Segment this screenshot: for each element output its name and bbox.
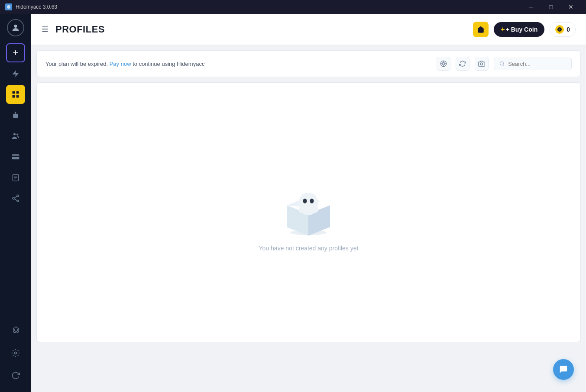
sidebar-item-add-profile[interactable]: +	[6, 43, 25, 62]
buy-coin-button[interactable]: + + Buy Coin	[494, 22, 544, 37]
svg-line-25	[14, 196, 17, 198]
window-controls: ─ □ ✕	[521, 0, 581, 14]
sidebar-item-automation[interactable]	[6, 64, 25, 83]
empty-message: You have not created any profiles yet	[259, 245, 359, 252]
sidebar-item-logs[interactable]	[6, 168, 25, 187]
svg-rect-15	[12, 156, 19, 157]
svg-point-0	[7, 5, 10, 9]
svg-rect-5	[16, 95, 19, 98]
screenshot-button[interactable]	[475, 57, 489, 71]
svg-point-36	[480, 63, 482, 65]
refresh-button[interactable]	[456, 57, 469, 71]
maximize-button[interactable]: □	[541, 0, 561, 14]
header-left: ☰ PROFILES	[42, 24, 105, 35]
chat-button[interactable]	[553, 359, 574, 380]
sidebar: +	[0, 14, 31, 392]
main-content: ☰ PROFILES + + Buy Coin $	[31, 14, 586, 392]
search-input[interactable]	[508, 61, 566, 67]
header: ☰ PROFILES + + Buy Coin $	[31, 14, 586, 45]
notification-text: Your plan will be expired. Pay now to co…	[45, 61, 204, 67]
search-box[interactable]	[494, 58, 572, 70]
pay-now-link[interactable]: Pay now	[110, 61, 131, 67]
svg-rect-3	[16, 91, 19, 94]
svg-line-26	[14, 199, 17, 201]
svg-point-7	[14, 115, 15, 117]
sidebar-bottom	[6, 321, 25, 387]
svg-point-8	[16, 115, 17, 117]
buy-coin-label: + Buy Coin	[506, 26, 538, 33]
close-button[interactable]: ✕	[561, 0, 581, 14]
sidebar-item-referral[interactable]	[6, 189, 25, 208]
coin-icon: $	[555, 25, 564, 34]
app-layout: +	[0, 14, 586, 392]
home-button[interactable]	[473, 22, 489, 37]
page-title: PROFILES	[55, 24, 105, 35]
notification-bar: Your plan will be expired. Pay now to co…	[36, 50, 581, 77]
menu-toggle-button[interactable]: ☰	[42, 25, 49, 34]
svg-rect-2	[13, 91, 15, 94]
svg-point-37	[500, 62, 504, 65]
coin-count: 0	[567, 26, 570, 33]
title-bar: Hidemyacc 3.0.63 ─ □ ✕	[0, 0, 586, 14]
svg-point-27	[15, 352, 17, 354]
svg-point-12	[13, 133, 16, 135]
header-right: + + Buy Coin $ 0	[473, 22, 576, 37]
svg-point-45	[303, 199, 307, 204]
svg-point-46	[310, 199, 314, 204]
minimize-button[interactable]: ─	[521, 0, 541, 14]
svg-point-1	[14, 25, 17, 28]
svg-point-11	[15, 112, 16, 113]
notification-actions	[437, 57, 572, 71]
svg-rect-9	[15, 117, 17, 117]
sidebar-item-profiles[interactable]	[6, 85, 25, 104]
app-icon	[5, 3, 12, 10]
buy-coin-plus: +	[501, 26, 505, 33]
svg-point-23	[13, 198, 14, 199]
empty-illustration	[274, 173, 343, 238]
svg-rect-6	[13, 114, 18, 118]
content-area: Your plan will be expired. Pay now to co…	[31, 45, 586, 392]
svg-point-24	[17, 200, 19, 202]
sidebar-item-team[interactable]	[6, 126, 25, 146]
sidebar-item-subscriptions[interactable]	[6, 147, 25, 166]
sidebar-item-settings[interactable]	[6, 343, 25, 363]
search-icon	[499, 61, 505, 67]
sidebar-item-extensions[interactable]	[6, 321, 25, 340]
svg-point-31	[442, 62, 444, 65]
svg-point-13	[16, 134, 18, 136]
empty-state: You have not created any profiles yet	[259, 173, 359, 252]
svg-point-22	[17, 195, 19, 197]
sidebar-item-refresh[interactable]	[6, 366, 25, 385]
profiles-area: You have not created any profiles yet	[36, 82, 581, 342]
svg-rect-16	[13, 158, 14, 159]
coin-balance: $ 0	[550, 22, 576, 37]
svg-rect-4	[13, 95, 15, 98]
user-avatar[interactable]	[7, 19, 24, 36]
svg-rect-17	[15, 158, 16, 159]
app-title: Hidemyacc 3.0.63	[16, 4, 57, 10]
profile-sync-button[interactable]	[437, 57, 450, 71]
sidebar-item-bots[interactable]	[6, 106, 25, 125]
